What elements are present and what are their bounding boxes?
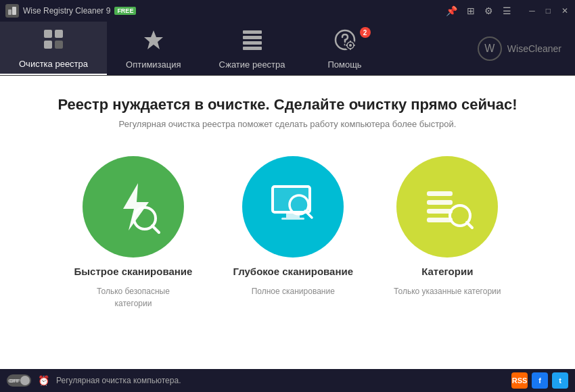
- nav-item-help[interactable]: 2 Помощь: [304, 22, 386, 75]
- compress-icon: [240, 28, 264, 55]
- svg-rect-0: [8, 9, 12, 15]
- brand-logo: W WiseCleaner: [478, 22, 575, 75]
- toggle-knob: [20, 376, 30, 385]
- app-icon: [5, 4, 19, 18]
- help-icon: [333, 28, 357, 55]
- app-title: Wise Registry Cleaner 9: [23, 6, 110, 16]
- nav-label-optimization: Оптимизация: [126, 59, 181, 70]
- facebook-button[interactable]: f: [532, 372, 548, 389]
- optimization-icon: [141, 28, 166, 55]
- svg-rect-6: [243, 30, 262, 34]
- fast-scan-icon: [103, 176, 164, 237]
- svg-rect-25: [281, 218, 304, 220]
- free-badge: FREE: [114, 7, 136, 15]
- settings-icon[interactable]: ⚙: [484, 5, 493, 16]
- deep-scan-desc: Полное сканирование: [252, 285, 335, 297]
- deep-scan-option[interactable]: Глубокое сканирование Полное сканировани…: [233, 156, 353, 297]
- title-bar-left: Wise Registry Cleaner 9 FREE: [5, 4, 136, 18]
- deep-scan-circle[interactable]: [242, 156, 344, 258]
- svg-rect-5: [55, 41, 63, 49]
- scan-options: Быстрое сканирование Только безопасныека…: [74, 156, 501, 310]
- main-content: Реестр нуждается в очистке. Сделайте очи…: [0, 76, 575, 369]
- svg-rect-29: [427, 200, 453, 205]
- close-button[interactable]: ✕: [560, 6, 570, 16]
- title-bar: Wise Registry Cleaner 9 FREE 📌 ⊞ ⚙ ☰ ─ □…: [0, 0, 575, 22]
- category-scan-option[interactable]: Категории Только указанные категории: [394, 156, 501, 297]
- fast-scan-option[interactable]: Быстрое сканирование Только безопасныека…: [74, 156, 193, 310]
- nav-bar: Очистка реестра Оптимизация Сжатие реест…: [0, 22, 575, 76]
- nav-label-help: Помощь: [327, 59, 361, 70]
- svg-rect-18: [353, 45, 355, 46]
- svg-rect-15: [350, 41, 351, 43]
- svg-rect-4: [44, 41, 52, 49]
- title-bar-controls: 📌 ⊞ ⚙ ☰ ─ □ ✕: [446, 5, 570, 16]
- main-title: Реестр нуждается в очистке. Сделайте очи…: [58, 96, 517, 114]
- svg-rect-9: [243, 47, 262, 50]
- minimize-button[interactable]: ─: [528, 6, 536, 16]
- nav-item-registry-cleaner[interactable]: Очистка реестра: [0, 22, 107, 75]
- nav-item-optimization[interactable]: Оптимизация: [107, 22, 200, 75]
- status-bar: OFF ⏰ Регулярная очистка компьютера. RSS…: [0, 369, 575, 392]
- svg-rect-16: [350, 48, 351, 50]
- auto-clean-toggle[interactable]: OFF: [7, 374, 31, 387]
- twitter-button[interactable]: t: [552, 372, 568, 389]
- svg-rect-30: [427, 209, 453, 214]
- svg-rect-17: [346, 45, 348, 46]
- clock-icon: ⏰: [38, 375, 49, 386]
- social-icons: RSS f t: [511, 372, 568, 389]
- svg-rect-1: [12, 7, 16, 15]
- brand-icon: W: [478, 36, 502, 61]
- svg-rect-28: [427, 191, 453, 196]
- category-scan-circle[interactable]: [396, 156, 498, 258]
- svg-line-21: [152, 226, 159, 232]
- fast-scan-circle[interactable]: [83, 156, 184, 258]
- svg-rect-3: [55, 30, 63, 38]
- svg-line-33: [467, 222, 472, 228]
- rss-button[interactable]: RSS: [511, 372, 528, 389]
- screen-icon[interactable]: ⊞: [467, 5, 475, 16]
- registry-cleaner-icon: [41, 27, 66, 55]
- category-scan-desc: Только указанные категории: [394, 285, 501, 297]
- category-scan-icon: [417, 176, 478, 237]
- help-badge: 2: [360, 27, 371, 38]
- svg-rect-2: [44, 30, 52, 38]
- svg-point-14: [349, 44, 352, 47]
- nav-label-compress: Сжатие реестра: [219, 59, 285, 70]
- svg-rect-31: [427, 218, 453, 222]
- svg-rect-7: [243, 36, 262, 39]
- fast-scan-label: Быстрое сканирование: [74, 266, 193, 277]
- menu-icon[interactable]: ☰: [503, 5, 511, 16]
- fast-scan-desc: Только безопасныекатегории: [97, 285, 170, 310]
- category-scan-label: Категории: [421, 266, 473, 277]
- maximize-button[interactable]: □: [545, 6, 552, 16]
- toggle-label: OFF: [8, 378, 19, 384]
- nav-item-compress[interactable]: Сжатие реестра: [200, 22, 304, 75]
- pin-icon[interactable]: 📌: [446, 5, 457, 16]
- svg-rect-8: [243, 41, 262, 45]
- deep-scan-label: Глубокое сканирование: [233, 266, 353, 277]
- status-text: Регулярная очистка компьютера.: [56, 376, 181, 385]
- nav-label-registry-cleaner: Очистка реестра: [19, 59, 88, 69]
- deep-scan-icon: [262, 176, 323, 237]
- window-controls: ─ □ ✕: [528, 6, 570, 16]
- brand-name: WiseCleaner: [507, 43, 561, 54]
- main-subtitle: Регулярная очистка реестра поможет сдела…: [119, 119, 457, 129]
